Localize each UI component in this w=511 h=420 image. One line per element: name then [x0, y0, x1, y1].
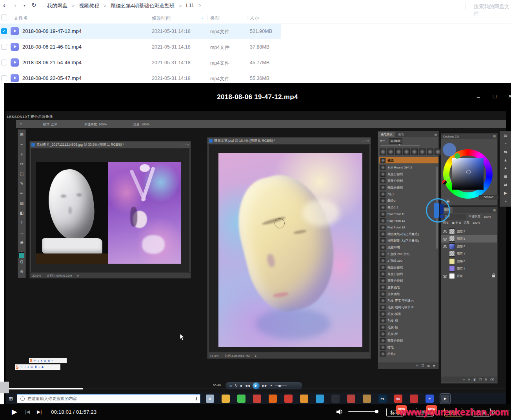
foreground-color-swatch[interactable]	[18, 252, 24, 258]
ps-tool-icon[interactable]: ✂	[18, 159, 25, 169]
brush-item[interactable]: Flat Point 12	[379, 217, 437, 224]
taskbar-app-icon[interactable]	[347, 395, 355, 403]
ps-flow-option[interactable]: 流量: 100%	[133, 122, 149, 127]
layers-action-icon[interactable]: ⊞	[485, 378, 487, 381]
panel-icon[interactable]: ◔	[500, 139, 511, 148]
brush-item[interactable]: 亮显分割线	[379, 264, 437, 271]
layer-visibility-eye-icon[interactable]	[443, 230, 447, 234]
breadcrumb-item[interactable]: 顾佳艺第4期基础色彩造型班	[111, 2, 186, 9]
taskbar-search-box[interactable]: 在这里输入你要搜索的内容	[17, 394, 200, 403]
coolorus-titlebar[interactable]: Coolorus 2.5 ▤	[441, 134, 497, 139]
brush-item[interactable]: 毛发-厚实与光泽 R	[379, 297, 437, 304]
saturation-brightness-square[interactable]	[452, 158, 484, 190]
taskbar-app-icon[interactable]: P	[426, 395, 434, 403]
current-color-swatch[interactable]	[443, 143, 456, 156]
row-checkbox[interactable]	[1, 44, 7, 50]
brush-item[interactable]: Flat Point 18	[379, 224, 437, 231]
table-row[interactable]: 2018-08-06 21-46-01.mp4 2021-05-31 14:18…	[0, 39, 281, 55]
layer-thumbnail[interactable]	[449, 273, 455, 279]
brush-panel-action-icon[interactable]: ⊞	[427, 364, 429, 368]
recorder-button-icon[interactable]: ▶▶	[262, 384, 267, 387]
breadcrumb-item[interactable]: 视频教程	[79, 2, 111, 9]
layer-thumbnail[interactable]	[449, 258, 455, 264]
back-icon[interactable]: ‹	[3, 2, 5, 9]
brush-item[interactable]: 浅图环境	[379, 244, 437, 251]
column-modified-time[interactable]: 修改时间	[152, 15, 171, 22]
brush-item[interactable]: 3 直线 200	[379, 257, 437, 264]
fill-value[interactable]: 100%	[473, 221, 480, 224]
taskbar-app-icon[interactable]	[331, 395, 340, 403]
layers-action-icon[interactable]: ◧	[473, 378, 476, 381]
panel-menu-icon[interactable]: ▤	[491, 208, 497, 213]
ps-tool-icon[interactable]: ◉	[18, 237, 25, 247]
start-button-icon[interactable]: ⊞	[9, 396, 13, 402]
history-dropdown-icon[interactable]: ▾	[24, 4, 25, 7]
ps-tool-icon[interactable]: ▨	[18, 198, 25, 208]
panel-icon[interactable]: ▶	[500, 189, 511, 197]
play-button[interactable]: ▶	[12, 407, 17, 416]
ps-tool-icon[interactable]: ◧	[18, 208, 25, 218]
brush-item[interactable]: 毛发-结构与细节 R	[379, 304, 437, 311]
layer-thumbnail[interactable]	[449, 251, 455, 257]
ps-tool-icon[interactable]: ⬚	[18, 169, 25, 179]
brush-item[interactable]: 毛发-粗	[379, 317, 437, 324]
panel-icon[interactable]: ▲	[500, 156, 511, 164]
doc2-titlebar[interactable]: 课堂示范.psd @ 16.4% (图层 5, RGB/8) * – ▫ ×	[207, 138, 371, 145]
layer-visibility-eye-icon[interactable]	[443, 237, 447, 241]
brush-tip-icon[interactable]	[395, 148, 402, 155]
ps-tool-icon[interactable]: T	[18, 218, 25, 228]
ps-tool-icon[interactable]: ✏	[18, 188, 25, 198]
brush-item[interactable]: 皮肤画笔	[379, 284, 437, 291]
minimize-button[interactable]: –	[477, 94, 480, 100]
brush-item[interactable]: 枯笔2	[379, 351, 437, 357]
brush-item-selected[interactable]: 硬边	[379, 157, 438, 163]
panel-icon[interactable]: ◑	[500, 197, 511, 205]
layer-thumbnail[interactable]	[449, 228, 455, 234]
brush-item[interactable]: 皮肤画笔	[379, 291, 437, 297]
brush-tip-icon[interactable]	[435, 148, 441, 155]
file-name[interactable]: 2018-08-06 21-46-01.mp4	[22, 44, 82, 50]
brush-item[interactable]: 2 直线 200 杂乱	[379, 251, 437, 257]
breadcrumb-item[interactable]: 我的网盘	[47, 2, 79, 9]
doc2-window-controls[interactable]: – ▫ ×	[363, 139, 369, 143]
slider-thumb-icon[interactable]: ▲	[398, 143, 401, 146]
brush-tip-icon[interactable]	[419, 148, 426, 155]
ps-tool-icon[interactable]: ⌁	[18, 139, 25, 149]
column-filename[interactable]: 文件名	[14, 15, 28, 22]
panel-icon[interactable]: ⇄	[500, 181, 511, 189]
taskbar-app-icon[interactable]	[269, 395, 277, 403]
row-checkbox[interactable]	[1, 28, 7, 34]
layer-row[interactable]: 图层 4	[441, 265, 497, 272]
previous-button[interactable]: |◀	[25, 409, 30, 415]
brush-item[interactable]: 刮刀	[379, 191, 437, 197]
brush-size-value[interactable]: 114像素	[389, 138, 402, 144]
brush-tip-icon[interactable]	[411, 148, 418, 155]
recorder-button-icon[interactable]: ■	[240, 384, 242, 387]
panel-icon[interactable]: ✦	[500, 164, 511, 172]
layer-row[interactable]: 图层 8	[441, 243, 497, 250]
taskbar-app-icon[interactable]	[300, 395, 308, 403]
recorder-button-icon[interactable]: ↻	[235, 384, 238, 387]
table-row[interactable]: 2018-08-06 21-54-46.mp4 2021-05-31 14:18…	[0, 55, 281, 71]
next-button[interactable]: ▶|	[37, 409, 42, 415]
row-checkbox[interactable]	[1, 60, 7, 65]
layer-thumbnail[interactable]	[449, 243, 455, 249]
breadcrumb-item[interactable]: L11	[186, 2, 205, 9]
table-row[interactable]: 2018-08-06 19-47-12.mp4 2021-05-31 14:18…	[0, 24, 281, 39]
panel-icon[interactable]: ▤	[500, 131, 511, 139]
refresh-icon[interactable]: ↻	[31, 2, 36, 9]
forward-icon[interactable]: ›	[14, 2, 16, 9]
brush-item[interactable]: 柳图斑笔-小(正片叠底)	[379, 231, 437, 237]
doc1-window-controls[interactable]: – ▫ ×	[183, 143, 189, 147]
brush-tool-icon[interactable]: ✑ ·	[20, 122, 24, 126]
fg-bg-swatch-icon[interactable]	[442, 180, 447, 185]
recorder-button-icon[interactable]: ✦	[270, 384, 273, 387]
taskbar-app-icon[interactable]	[316, 395, 324, 403]
brush-item[interactable]: 毛发-弧度	[379, 311, 437, 317]
ps-tool-icon[interactable]: ⊞	[18, 130, 25, 139]
layer-thumbnail[interactable]	[449, 266, 455, 272]
ps-tool-icon[interactable]: ✛	[18, 149, 25, 159]
lock-icons[interactable]: ▣ ✛ ⊕	[452, 221, 461, 224]
layer-row[interactable]: 背景	[441, 272, 497, 280]
tab-brush-presets[interactable]: 画笔预设	[378, 132, 395, 137]
